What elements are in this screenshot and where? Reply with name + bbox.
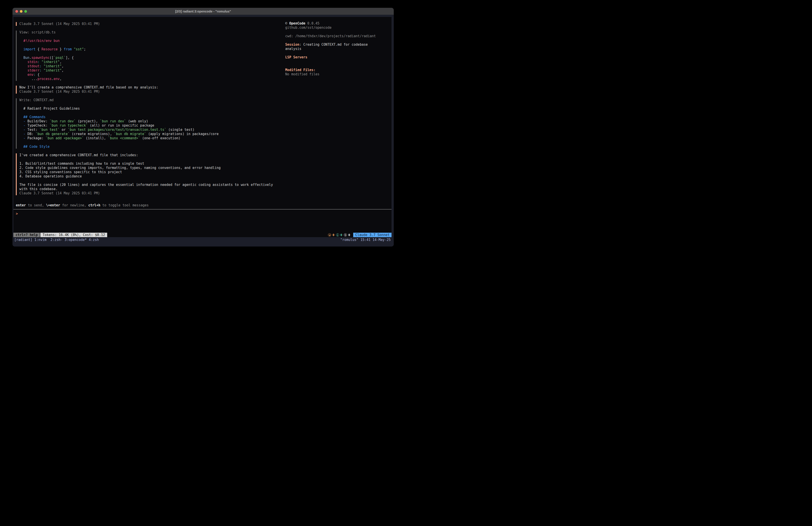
terminal-window: [2/3] radiant:3:opencode - "romulus" Cla…	[13, 8, 394, 246]
terminal-line: - Package: `bun add <package>` (install)…	[19, 136, 284, 140]
terminal-line: - DB: `bun db generate` (create migratio…	[19, 132, 284, 136]
terminal-line: Claude 3.7 Sonnet (14 May 2025 03:41 PM)	[19, 22, 284, 26]
terminal-line	[285, 38, 389, 43]
terminal-line: #!/usr/bin/env bun	[19, 39, 284, 43]
tokens-badge: Tokens: 16.4K (8%), Cost: $0.12	[40, 233, 107, 237]
hint-circle-icon: h0	[344, 233, 350, 237]
terminal-line: 4. Database operations guidance	[19, 174, 284, 179]
terminal-line: analysis	[285, 47, 389, 51]
terminal-content: Claude 3.7 Sonnet (14 May 2025 03:41 PM)…	[13, 15, 394, 246]
message-block: View: script/db.ts #!/usr/bin/env bun im…	[16, 30, 284, 81]
message-block: Write: CONTEXT.md # Radiant Project Guid…	[16, 98, 284, 149]
tmux-window-list[interactable]: [radiant] 1:nvim 2:zsh- 3:opencode* 4:zs…	[14, 238, 99, 242]
terminal-line: cwd: /home/thdxr/dev/projects/radiant/ra…	[285, 34, 389, 38]
terminal-line	[285, 30, 389, 34]
terminal-line: I've created a comprehensive CONTEXT.md …	[19, 153, 284, 157]
terminal-line: >	[16, 212, 285, 216]
statusbar-left: ctrl+? help Tokens: 16.4K (8%), Cost: $0…	[13, 233, 107, 237]
message-block: Now I'll create a comprehensive CONTEXT.…	[16, 85, 284, 94]
terminal-line	[19, 140, 284, 145]
input-separator	[13, 209, 392, 210]
terminal-line: 1. Build/lint/test commands including ho…	[19, 161, 284, 166]
window-titlebar[interactable]: [2/3] radiant:3:opencode - "romulus"	[13, 8, 394, 15]
warning-circle-icon: w0	[328, 233, 334, 237]
terminal-line: Bun.spawnSync([`psql`], {	[19, 56, 284, 60]
terminal-line	[285, 51, 389, 55]
statusbar-right: w0i0h0 Claude 3.7 Sonnet	[328, 233, 392, 237]
terminal-line	[19, 102, 284, 106]
terminal-line: LSP Servers	[285, 55, 389, 59]
terminal-line: stdin: "inherit",	[19, 60, 284, 64]
message-block: I've created a comprehensive CONTEXT.md …	[16, 153, 284, 196]
terminal-line	[19, 179, 284, 183]
terminal-line: © OpenCode 0.0.45	[285, 22, 389, 26]
terminal-line: stderr: "inherit",	[19, 68, 284, 73]
terminal-line: # Radiant Project Guidelines	[19, 106, 284, 111]
status-sidebar: © OpenCode 0.0.45github.com/sst/opencode…	[285, 22, 389, 76]
terminal-line: stdout: "inherit",	[19, 64, 284, 68]
terminal-line: 3. CSS styling conventions specific to t…	[19, 170, 284, 174]
zoom-window-button[interactable]	[24, 10, 27, 13]
help-badge[interactable]: ctrl+? help	[13, 233, 40, 237]
terminal-line: - TypeCheck: `bun run typecheck` (all) o…	[19, 124, 284, 128]
terminal-line: - Test: `bun test` or `bun test packages…	[19, 128, 284, 132]
terminal-line	[19, 111, 284, 115]
diagnostics-counters: w0i0h0	[328, 233, 350, 237]
terminal-line: Modified Files:	[285, 68, 389, 72]
tmux-session-time: "romulus" 15:41 14-May-25	[340, 238, 391, 242]
terminal-line: ...process.env,	[19, 77, 284, 81]
close-window-button[interactable]	[15, 10, 18, 13]
chat-transcript: Claude 3.7 Sonnet (14 May 2025 03:41 PM)…	[13, 17, 284, 201]
terminal-line	[285, 64, 389, 68]
keyboard-hints: enter to send, \+enter for newline, ctrl…	[16, 203, 285, 208]
terminal-line: ## Code Style	[19, 145, 284, 149]
terminal-line: github.com/sst/opencode	[285, 26, 389, 30]
terminal-line: Claude 3.7 Sonnet (14 May 2025 03:41 PM)	[19, 191, 284, 196]
terminal-line	[19, 157, 284, 161]
opencode-panel: Claude 3.7 Sonnet (14 May 2025 03:41 PM)…	[13, 17, 392, 237]
terminal-line: No modified files	[285, 72, 389, 76]
terminal-line: Write: CONTEXT.md	[19, 98, 284, 102]
terminal-line	[19, 52, 284, 56]
terminal-line: Now I'll create a comprehensive CONTEXT.…	[19, 85, 284, 89]
terminal-line: ## Commands	[19, 115, 284, 119]
tmux-statusbar: [radiant] 1:nvim 2:zsh- 3:opencode* 4:zs…	[13, 237, 392, 246]
terminal-line: enter to send, \+enter for newline, ctrl…	[16, 203, 285, 208]
terminal-line: env: {	[19, 73, 284, 77]
info-circle-icon: i0	[336, 233, 342, 237]
traffic-lights	[15, 8, 27, 15]
terminal-line: Session: Creating CONTEXT.md for codebas…	[285, 43, 389, 47]
window-title: [2/3] radiant:3:opencode - "romulus"	[175, 10, 231, 13]
terminal-line: with this codebase.	[19, 187, 284, 191]
message-block: Claude 3.7 Sonnet (14 May 2025 03:41 PM)	[16, 22, 284, 26]
terminal-line: The file is concise (20 lines) and captu…	[19, 183, 284, 187]
opencode-statusbar: ctrl+? help Tokens: 16.4K (8%), Cost: $0…	[13, 233, 392, 237]
prompt-input[interactable]: >	[16, 212, 285, 216]
model-badge[interactable]: Claude 3.7 Sonnet	[353, 233, 392, 237]
terminal-line: 2. Code style guidelines covering import…	[19, 166, 284, 170]
terminal-line: View: script/db.ts	[19, 30, 284, 34]
terminal-line	[19, 43, 284, 47]
terminal-line	[19, 34, 284, 39]
terminal-line: Claude 3.7 Sonnet (14 May 2025 03:41 PM)	[19, 89, 284, 94]
terminal-line: import { Resource } from "sst";	[19, 47, 284, 52]
minimize-window-button[interactable]	[20, 10, 23, 13]
terminal-line	[285, 59, 389, 64]
terminal-line: - Build/Dev: `bun run dev` (project), `b…	[19, 119, 284, 124]
